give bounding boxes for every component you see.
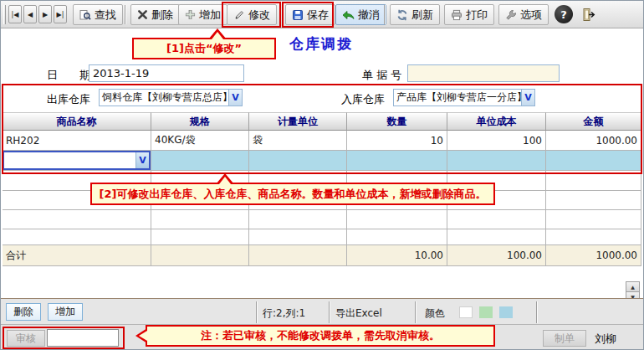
- step2-text: [2]可修改出库仓库、入库仓库、商品名称。数量和单位成本，新增或删除商品。: [100, 187, 487, 202]
- cell-amount[interactable]: 1000.00: [546, 131, 641, 151]
- doc-no-input[interactable]: [407, 64, 560, 82]
- dropdown-arrow-icon[interactable]: V: [521, 90, 534, 106]
- refresh-button[interactable]: 刷新: [390, 4, 440, 25]
- cell-unit[interactable]: [249, 151, 347, 171]
- col-header-qty[interactable]: 数量: [347, 112, 447, 131]
- nav-first-button[interactable]: |◀: [8, 5, 22, 23]
- out-warehouse-value: 饲料仓库【刘柳专营店总店】: [100, 90, 228, 105]
- doc-no-label: 单 据 号: [362, 68, 401, 83]
- empty-cell[interactable]: [447, 210, 546, 229]
- out-warehouse-label: 出库仓库: [47, 92, 90, 107]
- empty-row: [3, 229, 643, 245]
- statusbar-separator: [415, 301, 417, 323]
- date-input[interactable]: [89, 64, 244, 82]
- col-header-product[interactable]: 商品名称: [3, 112, 151, 131]
- cell-amount[interactable]: [546, 151, 641, 171]
- empty-cell[interactable]: [347, 210, 447, 229]
- step1-annotation: [1]点击“修改”: [132, 38, 276, 59]
- add-label: 增加: [199, 8, 221, 23]
- options-button[interactable]: 选项: [498, 4, 549, 25]
- cell-cost[interactable]: 100: [447, 131, 546, 151]
- cell-product[interactable]: RH202: [3, 131, 151, 151]
- empty-cell[interactable]: [3, 229, 151, 245]
- next-record-icon: ▶: [43, 11, 48, 18]
- toolbar-separator: [384, 5, 386, 24]
- save-label: 保存: [307, 8, 329, 23]
- page-title: 仓库调拨: [289, 34, 353, 54]
- empty-cell[interactable]: [151, 229, 249, 245]
- toolbar-grip: [3, 5, 6, 24]
- in-warehouse-value: 产品库【刘柳专营店一分店】: [394, 90, 521, 105]
- total-qty: 10.00: [347, 245, 447, 266]
- selected-row: V: [3, 151, 643, 171]
- col-header-amount[interactable]: 金额: [546, 112, 641, 131]
- help-button[interactable]: ?: [555, 5, 573, 23]
- nav-next-button[interactable]: ▶: [38, 5, 52, 23]
- refresh-label: 刷新: [411, 8, 433, 23]
- add-button[interactable]: 增加: [178, 4, 227, 25]
- row-add-button[interactable]: 增加: [48, 303, 83, 321]
- first-record-icon: |◀: [12, 11, 19, 18]
- product-edit-cell[interactable]: V: [3, 151, 151, 171]
- nav-prev-button[interactable]: ◀: [23, 5, 37, 23]
- cell-position-status: 行:2,列:1: [263, 306, 305, 321]
- warehouse-transfer-window: |◀ ◀ ▶ ▶| 查找 删除 增加 修改 保存 撤消: [0, 0, 644, 350]
- audit-button[interactable]: 审核: [7, 330, 45, 347]
- dropdown-arrow-icon[interactable]: V: [135, 152, 149, 168]
- status-bar: 删除 增加 行:2,列:1 导出Excel 颜色: [1, 298, 644, 325]
- statusbar-separator: [329, 301, 330, 323]
- help-icon: ?: [560, 8, 567, 21]
- cell-spec[interactable]: 40KG/袋: [151, 131, 249, 151]
- empty-cell[interactable]: [249, 210, 347, 229]
- empty-cell[interactable]: [546, 191, 641, 210]
- empty-cell[interactable]: [546, 171, 641, 191]
- modify-label: 修改: [248, 8, 270, 23]
- bubble-pointer-up: [208, 28, 227, 39]
- grid-header-row: 商品名称 规格 计量单位 数量 单位成本 金额: [3, 112, 643, 131]
- find-button[interactable]: 查找: [73, 4, 123, 25]
- total-row: 合计 10.00 100.00 1000.00: [3, 245, 643, 266]
- audit-field[interactable]: [47, 329, 119, 347]
- out-warehouse-select[interactable]: 饲料仓库【刘柳专营店总店】 V: [99, 89, 243, 106]
- empty-cell[interactable]: [347, 229, 447, 245]
- add-icon: [185, 9, 196, 20]
- wrench-icon: [505, 9, 517, 21]
- toolbar-separator: [125, 5, 126, 24]
- total-unit-cell: [249, 245, 347, 266]
- last-record-icon: ▶|: [57, 11, 64, 18]
- exit-button[interactable]: [578, 4, 600, 25]
- total-label: 合计: [3, 245, 151, 266]
- row-delete-button[interactable]: 删除: [6, 303, 41, 321]
- cell-unit[interactable]: 袋: [249, 131, 347, 151]
- empty-cell[interactable]: [3, 210, 151, 229]
- cell-spec[interactable]: [151, 151, 249, 171]
- empty-cell[interactable]: [151, 210, 249, 229]
- delete-icon: [137, 9, 148, 20]
- maker-button[interactable]: 制单: [543, 330, 586, 347]
- date-label: 日 期: [47, 68, 90, 83]
- empty-cell[interactable]: [546, 210, 641, 229]
- color-swatch-blue: [499, 306, 513, 318]
- modify-button[interactable]: 修改: [227, 4, 277, 25]
- product-combobox[interactable]: V: [3, 151, 151, 170]
- nav-last-button[interactable]: ▶|: [54, 5, 67, 23]
- cell-cost[interactable]: [447, 151, 546, 171]
- undo-button[interactable]: 撤消: [335, 4, 386, 25]
- dropdown-arrow-icon[interactable]: V: [228, 90, 242, 106]
- cell-qty[interactable]: [347, 151, 447, 171]
- delete-button[interactable]: 删除: [130, 4, 180, 25]
- find-icon: [79, 9, 91, 21]
- empty-row: [3, 210, 643, 229]
- empty-cell[interactable]: [447, 229, 546, 245]
- col-header-unit[interactable]: 计量单位: [249, 112, 347, 131]
- empty-cell[interactable]: [249, 229, 347, 245]
- col-header-cost[interactable]: 单位成本: [447, 112, 546, 131]
- undo-label: 撤消: [358, 8, 380, 23]
- save-button[interactable]: 保存: [285, 4, 335, 25]
- in-warehouse-select[interactable]: 产品库【刘柳专营店一分店】 V: [393, 89, 535, 106]
- empty-cell[interactable]: [546, 229, 641, 245]
- col-header-spec[interactable]: 规格: [151, 112, 249, 131]
- cell-qty[interactable]: 10: [347, 131, 447, 151]
- print-button[interactable]: 打印: [444, 4, 494, 25]
- export-excel-button[interactable]: 导出Excel: [335, 306, 382, 321]
